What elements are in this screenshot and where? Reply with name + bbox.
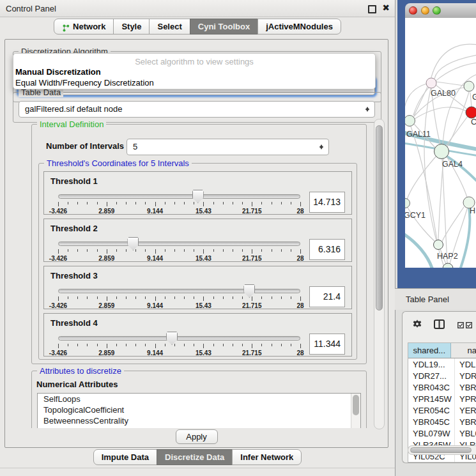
checkbox-icon[interactable] — [466, 319, 472, 331]
network-edge[interactable] — [424, 89, 443, 265]
network-view-window: GAL80GACGAL11GAL4GCY1HHAP2 — [397, 0, 476, 288]
cell-shared-name[interactable]: YDR27... — [408, 370, 455, 381]
attribute-list-item[interactable]: SelfLoops — [38, 394, 360, 404]
threshold-panel: Threshold 4 -3.4262.8599.14415.4321.7152… — [43, 313, 352, 357]
tab-network[interactable]: Network — [54, 19, 114, 35]
table-row[interactable]: YER054CYER0 — [408, 404, 476, 416]
checkbox-icon[interactable] — [457, 319, 464, 331]
divider — [0, 468, 395, 468]
node-attribute-table[interactable]: shared... na YDL19...YDL1YDR27...YDR2YBR… — [408, 342, 476, 463]
network-canvas[interactable]: GAL80GACGAL11GAL4GCY1HHAP2 — [405, 18, 476, 268]
settings-icon[interactable] — [412, 319, 422, 332]
threshold-value-field[interactable]: 11.344 — [309, 334, 345, 355]
network-node-gal80[interactable] — [426, 78, 436, 88]
network-node-gal4[interactable] — [434, 144, 449, 159]
cell-shared-name[interactable]: YBR045C — [408, 416, 455, 427]
table-row[interactable]: YDR27...YDR2 — [408, 370, 476, 381]
tick-label: 28 — [296, 349, 303, 357]
list-scrollbar-thumb[interactable] — [353, 395, 359, 415]
table-row[interactable]: YBL079WYBL0 — [408, 427, 476, 439]
network-edge-highlighted[interactable] — [405, 233, 433, 268]
threshold-value-field[interactable]: 6.316 — [309, 239, 345, 260]
cell-name[interactable]: YER0 — [455, 404, 476, 416]
numerical-attributes-label: Numerical Attributes — [36, 380, 118, 389]
threshold-label: Threshold 3 — [50, 271, 98, 280]
table-row[interactable]: YDL19...YDL1 — [408, 358, 476, 370]
settings-scroll-area: Interval Definition Number of Intervals … — [8, 119, 373, 428]
tick-label: 2.859 — [98, 302, 114, 309]
minimize-traffic-light-icon[interactable] — [421, 6, 429, 15]
control-panel-titlebar[interactable]: Control Panel ✖ — [0, 0, 395, 17]
tab-infer-network[interactable]: Infer Network — [232, 449, 302, 465]
threshold-value-field[interactable]: 21.4 — [309, 286, 345, 307]
split-view-icon[interactable] — [434, 319, 445, 332]
dropdown-option-manual[interactable]: Manual Discretization — [13, 66, 375, 77]
network-node-label: GAL11 — [406, 130, 431, 139]
threshold-value-field[interactable]: 14.713 — [309, 192, 345, 213]
network-edge[interactable] — [415, 107, 466, 119]
number-of-intervals-combobox[interactable]: 5 — [127, 139, 329, 155]
list-scrollbar[interactable] — [351, 394, 360, 428]
table-row[interactable]: YPR145WYPR1 — [408, 393, 476, 404]
tab-select[interactable]: Select — [149, 19, 190, 35]
network-edge[interactable] — [470, 93, 472, 107]
main-scrollbar[interactable] — [374, 119, 385, 429]
network-node-ga[interactable] — [464, 81, 474, 91]
network-node[interactable] — [443, 263, 453, 268]
slider-track[interactable] — [58, 194, 300, 199]
tick-label: 28 — [296, 302, 303, 309]
control-panel-window: Control Panel ✖ Network Style Select Cy — [0, 0, 395, 476]
network-window-titlebar[interactable] — [405, 3, 476, 19]
cell-shared-name[interactable]: YDL19... — [408, 358, 455, 370]
tick-label: 2.859 — [98, 349, 114, 357]
tab-cyni-toolbox[interactable]: Cyni Toolbox — [190, 19, 258, 35]
cell-name[interactable]: YDL1 — [455, 358, 476, 370]
cell-name[interactable]: YBR0 — [455, 416, 476, 427]
slider-track[interactable] — [58, 336, 300, 341]
tab-style[interactable]: Style — [113, 19, 150, 35]
network-node-hap2[interactable] — [434, 240, 443, 250]
tab-jactivemnodules[interactable]: jActiveMNodules — [257, 19, 341, 35]
network-edge[interactable] — [446, 116, 468, 146]
main-scrollbar-thumb[interactable] — [376, 125, 383, 311]
table-hscrollbar-thumb[interactable] — [410, 447, 472, 453]
numerical-attributes-list[interactable]: SelfLoopsTopologicalCoefficientBetweenne… — [37, 393, 361, 428]
tab-impute-data[interactable]: Impute Data — [93, 449, 157, 465]
float-window-icon[interactable] — [368, 5, 376, 13]
network-node-label: GCY1 — [405, 211, 426, 220]
network-edge[interactable] — [436, 82, 464, 86]
cyni-toolbox-panel: Discretization Algorithm Table Data galF… — [4, 39, 388, 448]
network-node-gcy1[interactable] — [405, 199, 410, 208]
table-data-combobox[interactable]: galFiltered.sif default node — [19, 101, 375, 118]
cell-name[interactable]: YDR2 — [455, 370, 476, 381]
close-icon[interactable]: ✖ — [382, 3, 390, 13]
tab-discretize-data[interactable]: Discretize Data — [157, 449, 233, 465]
cell-shared-name[interactable]: YER054C — [408, 404, 455, 416]
table-row[interactable]: YBR043CYBR0 — [408, 381, 476, 393]
thresholds-group: Threshold's Coordinates for 5 Intervals … — [38, 163, 357, 360]
cell-shared-name[interactable]: YBL079W — [408, 427, 455, 439]
column-header-shared[interactable]: shared... — [408, 343, 451, 358]
apply-button[interactable]: Apply — [176, 429, 218, 444]
column-header-name[interactable]: na — [451, 343, 476, 358]
network-node-c[interactable] — [466, 107, 476, 118]
network-node-gal11[interactable] — [405, 116, 415, 127]
cell-shared-name[interactable]: YBR043C — [408, 381, 455, 393]
slider-track[interactable] — [58, 289, 300, 293]
cell-name[interactable]: YPR1 — [455, 393, 476, 404]
cell-name[interactable]: YBL0 — [455, 427, 476, 439]
slider-track[interactable] — [58, 242, 300, 246]
table-row[interactable]: YBR045CYBR0 — [408, 416, 476, 427]
dropdown-option-equal-width[interactable]: Equal Width/Frequency Discretization — [13, 77, 375, 88]
attribute-list-item[interactable]: BetweennessCentrality — [38, 415, 360, 426]
zoom-traffic-light-icon[interactable] — [433, 6, 441, 15]
thresholds-group-label: Threshold's Coordinates for 5 Intervals — [44, 158, 192, 168]
close-traffic-light-icon[interactable] — [409, 6, 417, 15]
tick-label: 28 — [296, 208, 303, 215]
cell-shared-name[interactable]: YPR145W — [408, 393, 455, 404]
table-hscrollbar[interactable] — [408, 445, 476, 455]
attribute-list-item[interactable]: TopologicalCoefficient — [38, 404, 360, 415]
tab-label: Cyni Toolbox — [198, 19, 250, 34]
cell-name[interactable]: YBR0 — [455, 381, 476, 393]
network-edge[interactable] — [442, 158, 447, 264]
